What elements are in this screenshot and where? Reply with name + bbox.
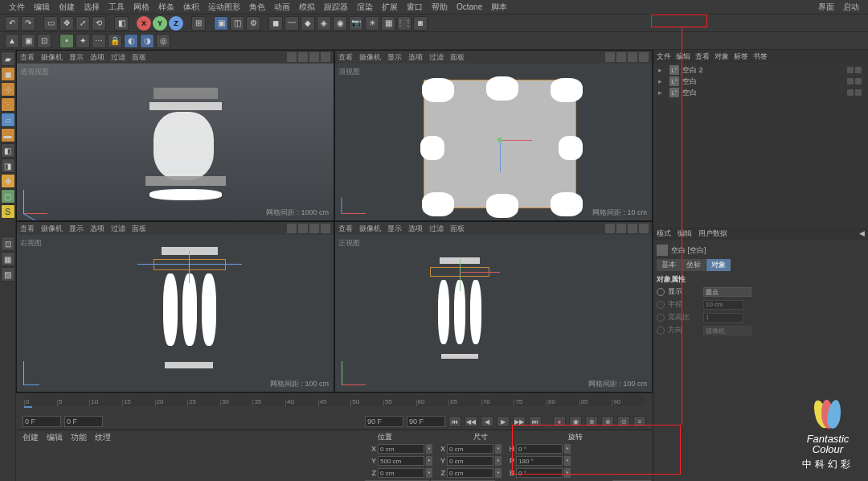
play-button[interactable]: ▶	[497, 416, 510, 427]
locked[interactable]: 🔒	[108, 34, 122, 48]
menu-help[interactable]: 帮助	[428, 2, 452, 13]
rotate-tool[interactable]: ⟲	[92, 16, 106, 31]
move-tool[interactable]: ✥	[59, 16, 74, 31]
goto-end-button[interactable]: ⏭	[529, 416, 542, 427]
redo-button[interactable]: ↷	[21, 16, 35, 31]
menu-tools[interactable]: 工具	[104, 2, 129, 13]
vp-nav-icon[interactable]	[321, 52, 330, 62]
axis-y-toggle[interactable]: Y	[153, 16, 167, 31]
step-fwd-button[interactable]: ▶▶	[513, 416, 526, 427]
tab-coord[interactable]: 坐标	[682, 259, 706, 271]
autokey-button[interactable]: ◉	[569, 416, 582, 427]
menu-window[interactable]: 窗口	[403, 2, 427, 13]
model-mode[interactable]: ▲	[5, 34, 19, 48]
viewport-top[interactable]: 查看摄像机显示选项过滤面板 顶视图 网格间距 : 10 cm	[334, 50, 653, 221]
object-row[interactable]: ▸L°空白	[655, 76, 866, 87]
object-row[interactable]: ▸L°空白	[655, 87, 866, 98]
workplane[interactable]: ⊡	[37, 34, 51, 48]
menu-create[interactable]: 创建	[55, 2, 79, 13]
camera[interactable]: 📷	[349, 16, 363, 31]
tweak[interactable]: ◑	[140, 34, 154, 48]
size-z-field[interactable]: 0 cm	[447, 468, 493, 478]
viewport-perspective[interactable]: 查看摄像机显示选项过滤面板 透视视图 网格间距 : 1000 cm	[16, 50, 334, 221]
undo-button[interactable]: ↶	[5, 16, 19, 31]
axis-z-toggle[interactable]: Z	[169, 16, 183, 31]
nav-back-icon[interactable]: ◀	[859, 229, 865, 237]
rot-p-field[interactable]: 180 °	[516, 456, 563, 466]
primitive-cube[interactable]: ◼	[268, 16, 283, 31]
texture-mode[interactable]: ▣	[21, 34, 35, 48]
scale-tool[interactable]: ⤢	[76, 16, 90, 31]
orient-dropdown[interactable]: 摄像机	[703, 326, 751, 335]
deformer[interactable]: ◈	[317, 16, 331, 31]
viewport-1[interactable]: ▢	[1, 189, 15, 204]
primitive-spline[interactable]: 〰	[285, 16, 299, 31]
pos-z-field[interactable]: 0 cm	[378, 468, 424, 478]
mograph-btn[interactable]: ⋮⋮	[397, 16, 411, 31]
key-scale[interactable]: ⊗	[601, 416, 614, 427]
pos-y-field[interactable]: 500 cm	[378, 456, 424, 466]
menu-file[interactable]: 文件	[5, 2, 29, 13]
menu-character[interactable]: 角色	[245, 2, 269, 13]
rot-b-field[interactable]: 0 °	[516, 468, 563, 478]
point-mode[interactable]: ⋱	[1, 97, 15, 112]
display-dropdown[interactable]: 圆点	[703, 287, 751, 297]
menu-mesh[interactable]: 网格	[129, 2, 154, 13]
coord-system[interactable]: ⊞	[191, 16, 206, 31]
generator[interactable]: ◆	[301, 16, 315, 31]
vp-nav-icon[interactable]	[309, 52, 319, 62]
menu-render[interactable]: 渲染	[353, 2, 377, 13]
make-editable[interactable]: ▰	[1, 51, 15, 66]
quantize[interactable]: ⋯	[92, 34, 106, 48]
workplane-btn[interactable]: ▦	[1, 252, 15, 266]
pos-x-field[interactable]: 0 cm	[378, 444, 424, 454]
step-back-button[interactable]: ◀◀	[465, 416, 477, 427]
menu-select[interactable]: 选择	[80, 2, 104, 13]
viewport-solo[interactable]: ◎	[156, 34, 170, 48]
vp-nav-icon[interactable]	[287, 52, 297, 62]
key-pos[interactable]: ⊕	[585, 416, 598, 427]
uv-poly[interactable]: ◨	[1, 158, 15, 173]
menu-simulate[interactable]: 模拟	[295, 2, 319, 13]
menu-volume[interactable]: 体积	[179, 2, 203, 13]
render-view[interactable]: ▣	[214, 16, 228, 31]
rot-h-field[interactable]: 0 °	[516, 444, 563, 454]
menu-extensions[interactable]: 扩展	[378, 2, 402, 13]
menu-startup[interactable]: 启动	[839, 2, 863, 13]
menu-edit[interactable]: 编辑	[30, 2, 54, 13]
enable-axis[interactable]: ✥	[1, 174, 15, 188]
range-end-field[interactable]	[365, 416, 403, 427]
field[interactable]: ▦	[381, 16, 395, 31]
tab-basic[interactable]: 基本	[657, 259, 681, 271]
record-button[interactable]: ●	[553, 416, 566, 427]
soft-select[interactable]: ◐	[124, 34, 138, 48]
size-y-field[interactable]: 0 cm	[447, 456, 493, 466]
menu-animate[interactable]: 动画	[270, 2, 294, 13]
select-tool[interactable]: ▭	[43, 16, 58, 31]
edge-mode[interactable]: ▱	[1, 113, 15, 127]
menu-octane[interactable]: Octane	[452, 2, 486, 11]
viewport-front[interactable]: 查看摄像机显示选项过滤面板 正视图 网格间距 : 100 cm	[334, 221, 653, 393]
viewport-s[interactable]: S	[1, 204, 15, 219]
tab-object[interactable]: 对象	[706, 259, 731, 271]
goto-start-button[interactable]: ⏮	[448, 416, 461, 427]
render-region[interactable]: ◫	[230, 16, 244, 31]
light[interactable]: ☀	[365, 16, 379, 31]
viewport-right[interactable]: 查看摄像机显示选项过滤面板 右视图 网格间距 : 100 cm	[16, 221, 334, 393]
radius-field[interactable]: 10 cm	[703, 300, 743, 310]
menu-tracker[interactable]: 跟踪器	[320, 2, 352, 13]
key-param[interactable]: ≡	[633, 416, 646, 427]
menu-spline[interactable]: 样条	[154, 2, 178, 13]
range-start-field[interactable]	[23, 416, 61, 427]
axis-x-toggle[interactable]: X	[137, 16, 151, 31]
recent-tool[interactable]: ◧	[114, 16, 129, 31]
render-settings[interactable]: ⚙	[246, 16, 260, 31]
play-back-button[interactable]: ◀	[481, 416, 493, 427]
poly-mode[interactable]: ▬	[1, 128, 15, 142]
ratio-field[interactable]: 1	[703, 313, 743, 323]
key-rot[interactable]: ⊙	[617, 416, 630, 427]
timeline[interactable]: 051015202530354045505560657075808590	[16, 393, 653, 413]
environment[interactable]: ◉	[333, 16, 347, 31]
project-end-field[interactable]	[407, 416, 445, 427]
uv-point[interactable]: ◧	[1, 143, 15, 158]
